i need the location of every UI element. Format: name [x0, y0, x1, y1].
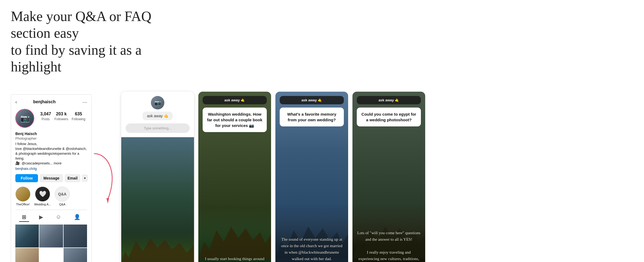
photo-cell-1[interactable]	[15, 225, 39, 247]
bio-line2: love @blackwhiteandbrunette & @oslohaisc…	[15, 147, 87, 151]
profile-website[interactable]: benjhais.ch/ig	[15, 167, 37, 171]
story-card-2: ask away 🤙 What's a favorite memory from…	[275, 92, 348, 262]
story-landscape-bg: Ok, I'm ready for it. Hit me up with any…	[121, 137, 194, 262]
story-3-badge: ask away 🤙	[357, 96, 421, 104]
svg-marker-0	[106, 198, 109, 204]
story-title-badge: ask away 🤙	[143, 112, 172, 120]
followers-label: Followers	[54, 117, 68, 121]
story-3-question: Could you come to egypt for a wedding ph…	[357, 108, 421, 126]
tab-person-icon[interactable]: 👤	[71, 213, 83, 222]
followers-count: 203 k	[54, 112, 68, 116]
highlight-wedding[interactable]: 🤍 Wedding A...	[34, 187, 51, 206]
profile-stats: 3,047 Posts 203 k Followers 635 Followin…	[39, 112, 87, 121]
instagram-profile: ‹ benjhaisch ··· 📷 3,047 Posts 203 k	[11, 94, 92, 262]
highlight-office-circle	[15, 187, 30, 202]
bio-line4: 🎥: @cascadepresets... more	[15, 161, 62, 165]
story-3-answer-p1: Lots of "will you come here" questions a…	[357, 231, 421, 242]
more-options-icon[interactable]: ···	[82, 99, 87, 105]
story-2-content: ask away 🤙 What's a favorite memory from…	[275, 92, 348, 262]
profile-tabs: ⊞ ▶ ☺ 👤	[15, 210, 87, 222]
highlight-wedding-label: Wedding A...	[34, 203, 51, 206]
message-button[interactable]: Message	[40, 174, 63, 182]
profile-description: I follow Jesus, love @blackwhiteandbrune…	[15, 142, 87, 166]
back-arrow-icon[interactable]: ‹	[15, 99, 17, 105]
profile-info-row: 📷 3,047 Posts 203 k Followers 635 Follow…	[15, 109, 87, 128]
story-overlay-text: Ok, I'm ready for it. Hit me up with any…	[127, 261, 189, 262]
posts-count: 3,047	[40, 112, 51, 116]
story-highlight-preview: 📷 ask away 🤙 Type something... Ok, I'm r…	[121, 92, 194, 262]
story-3-answer: Lots of "will you come here" questions a…	[357, 230, 421, 262]
following-count: 635	[72, 112, 85, 116]
story-avatar-small: 📷	[151, 96, 164, 109]
story-3-answer-p2: I really enjoy traveling and experiencin…	[358, 250, 419, 262]
story-3-content: ask away 🤙 Could you come to egypt for a…	[352, 92, 425, 262]
profile-header: ‹ benjhaisch ···	[15, 99, 87, 105]
profile-bio: Benj Haisch Photographer I follow Jesus,…	[15, 132, 87, 171]
highlight-theoffice[interactable]: TheOffice!	[15, 187, 30, 206]
photo-grid	[15, 225, 87, 262]
dropdown-button[interactable]: ▾	[82, 174, 88, 182]
story-2-answer: The sound of everyone standing up at onc…	[280, 236, 344, 262]
email-button[interactable]: Email	[65, 174, 80, 182]
following-stat: 635 Following	[72, 112, 85, 121]
avatar: 📷	[15, 109, 34, 128]
story-highlights: TheOffice! 🤍 Wedding A... Q&A Q&A	[15, 187, 87, 206]
tab-grid-icon[interactable]: ⊞	[19, 213, 29, 222]
story-2-answer-p1: The sound of everyone standing up at onc…	[281, 237, 342, 261]
follow-button[interactable]: Follow	[15, 174, 38, 182]
tab-video-icon[interactable]: ▶	[36, 213, 46, 222]
bio-line1: I follow Jesus,	[15, 142, 37, 146]
headline-line2: to find by saving it as a highlight	[11, 42, 141, 74]
arrow-annotation	[92, 151, 113, 206]
story-card-1: ask away 🤙 Washington weddings. How far …	[198, 92, 271, 262]
profile-title: Photographer	[15, 136, 87, 140]
tab-tagged-icon[interactable]: ☺	[53, 213, 64, 222]
photo-cell-5[interactable]	[39, 248, 63, 262]
headline-line1: Make your Q&A or FAQ section easy	[11, 9, 151, 41]
bio-line3: & photograph weddings/elopements for a l…	[15, 151, 79, 160]
story-2-question: What's a favorite memory from your own w…	[280, 108, 344, 126]
photo-cell-3[interactable]	[64, 225, 87, 247]
avatar-image: 📷	[16, 109, 34, 127]
story-card-3: ask away 🤙 Could you come to egypt for a…	[352, 92, 425, 262]
curved-arrow-icon	[92, 151, 124, 205]
highlight-office-label: TheOffice!	[15, 203, 30, 206]
headline: Make your Q&A or FAQ section easy to fin…	[11, 8, 633, 75]
profile-name: Benj Haisch	[15, 132, 87, 136]
photo-cell-2[interactable]	[39, 225, 63, 247]
story-1-answer: I usually start booking things around 18…	[203, 256, 267, 262]
highlight-qa-circle: Q&A	[55, 187, 70, 202]
story-1-content: ask away 🤙 Washington weddings. How far …	[198, 92, 271, 262]
profile-username: benjhaisch	[33, 99, 56, 104]
posts-label: Posts	[41, 117, 50, 121]
story-input-placeholder[interactable]: Type something...	[126, 123, 190, 133]
stories-area: 📷 ask away 🤙 Type something... Ok, I'm r…	[121, 92, 425, 262]
photo-cell-6[interactable]	[64, 248, 87, 262]
photo-cell-4[interactable]	[15, 248, 39, 262]
followers-stat: 203 k Followers	[54, 112, 68, 121]
following-label: Following	[72, 117, 85, 121]
story-1-question: Washington weddings. How far out should …	[203, 108, 267, 132]
story-top-section: 📷 ask away 🤙 Type something...	[121, 92, 194, 137]
story-2-badge: ask away 🤙	[280, 96, 344, 104]
story-1-badge: ask away 🤙	[203, 96, 267, 104]
highlight-qa[interactable]: Q&A Q&A	[55, 187, 70, 206]
highlight-qa-label: Q&A	[55, 203, 70, 206]
profile-actions: Follow Message Email ▾	[15, 174, 87, 182]
highlight-wedding-circle: 🤍	[35, 187, 50, 202]
posts-stat: 3,047 Posts	[40, 112, 51, 121]
